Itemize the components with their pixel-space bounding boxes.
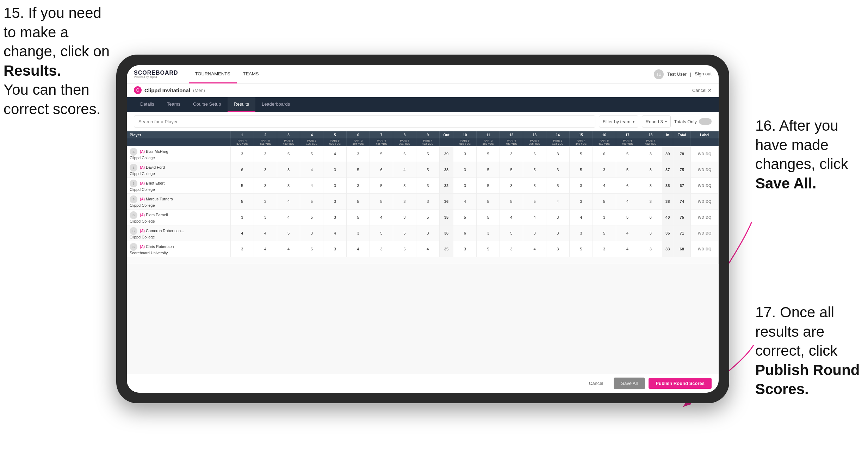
score-hole-6[interactable]: 4 [347, 241, 370, 257]
score-hole-13[interactable]: 4 [523, 210, 546, 225]
score-hole-14[interactable]: 4 [546, 194, 569, 210]
score-hole-10[interactable]: 3 [453, 241, 477, 257]
tab-details[interactable]: Details [134, 97, 161, 112]
score-hole-15[interactable]: 5 [569, 241, 593, 257]
cancel-button[interactable]: Cancel [582, 378, 610, 389]
score-hole-16[interactable]: 6 [593, 146, 616, 162]
toggle-switch[interactable] [699, 118, 712, 125]
score-hole-6[interactable]: 3 [347, 178, 370, 194]
score-hole-8[interactable]: 4 [393, 162, 416, 178]
score-hole-4[interactable]: 5 [300, 241, 323, 257]
score-hole-16[interactable]: 3 [593, 241, 616, 257]
score-hole-11[interactable]: 5 [477, 146, 500, 162]
wd-label[interactable]: WD [698, 152, 704, 156]
score-hole-2[interactable]: 3 [254, 178, 277, 194]
score-hole-18[interactable]: 3 [639, 241, 662, 257]
score-hole-12[interactable]: 4 [500, 210, 523, 225]
score-hole-5[interactable]: 3 [323, 241, 347, 257]
score-hole-5[interactable]: 3 [323, 178, 347, 194]
score-hole-15[interactable]: 5 [569, 162, 593, 178]
score-hole-3[interactable]: 5 [277, 225, 300, 241]
score-hole-10[interactable]: 5 [453, 210, 477, 225]
score-hole-17[interactable]: 4 [616, 241, 639, 257]
score-hole-10[interactable]: 3 [453, 178, 477, 194]
score-hole-9[interactable]: 5 [416, 146, 439, 162]
score-hole-2[interactable]: 4 [254, 225, 277, 241]
score-hole-15[interactable]: 3 [569, 178, 593, 194]
score-hole-12[interactable]: 5 [500, 162, 523, 178]
save-all-button[interactable]: Save All [614, 378, 645, 389]
score-hole-15[interactable]: 3 [569, 225, 593, 241]
sign-out-link[interactable]: Sign out [695, 71, 712, 77]
score-hole-14[interactable]: 3 [546, 210, 569, 225]
score-hole-8[interactable]: 3 [393, 210, 416, 225]
score-hole-2[interactable]: 3 [254, 194, 277, 210]
score-hole-3[interactable]: 4 [277, 194, 300, 210]
score-hole-7[interactable]: 6 [370, 162, 393, 178]
score-hole-5[interactable]: 4 [323, 225, 347, 241]
score-hole-14[interactable]: 3 [546, 146, 569, 162]
score-hole-13[interactable]: 5 [523, 162, 546, 178]
score-hole-1[interactable]: 4 [230, 225, 254, 241]
score-hole-3[interactable]: 4 [277, 210, 300, 225]
breadcrumb-cancel[interactable]: Cancel ✕ [692, 88, 712, 93]
search-input[interactable] [134, 116, 595, 127]
score-hole-18[interactable]: 3 [639, 162, 662, 178]
score-hole-13[interactable]: 3 [523, 225, 546, 241]
score-hole-11[interactable]: 5 [477, 162, 500, 178]
score-hole-1[interactable]: 5 [230, 194, 254, 210]
score-hole-9[interactable]: 5 [416, 210, 439, 225]
dq-label[interactable]: DQ [706, 247, 712, 251]
score-hole-2[interactable]: 3 [254, 146, 277, 162]
totals-only-toggle[interactable]: Totals Only [674, 118, 712, 125]
score-hole-1[interactable]: 6 [230, 162, 254, 178]
score-hole-6[interactable]: 5 [347, 194, 370, 210]
score-hole-18[interactable]: 6 [639, 210, 662, 225]
score-hole-8[interactable]: 3 [393, 194, 416, 210]
score-hole-2[interactable]: 4 [254, 241, 277, 257]
score-hole-17[interactable]: 4 [616, 194, 639, 210]
score-hole-14[interactable]: 3 [546, 241, 569, 257]
score-hole-16[interactable]: 5 [593, 194, 616, 210]
score-hole-3[interactable]: 5 [277, 146, 300, 162]
score-hole-4[interactable]: 4 [300, 178, 323, 194]
score-hole-16[interactable]: 5 [593, 225, 616, 241]
tab-teams[interactable]: Teams [161, 97, 187, 112]
score-hole-11[interactable]: 5 [477, 178, 500, 194]
score-hole-12[interactable]: 3 [500, 241, 523, 257]
wd-label[interactable]: WD [698, 215, 704, 219]
score-hole-4[interactable]: 5 [300, 146, 323, 162]
dq-label[interactable]: DQ [706, 215, 712, 219]
score-hole-3[interactable]: 3 [277, 178, 300, 194]
tab-leaderboards[interactable]: Leaderboards [255, 97, 296, 112]
score-hole-10[interactable]: 4 [453, 194, 477, 210]
score-hole-1[interactable]: 5 [230, 178, 254, 194]
score-hole-6[interactable]: 3 [347, 225, 370, 241]
dq-label[interactable]: DQ [706, 168, 712, 172]
score-hole-15[interactable]: 4 [569, 210, 593, 225]
score-hole-5[interactable]: 3 [323, 194, 347, 210]
score-hole-17[interactable]: 6 [616, 178, 639, 194]
score-hole-9[interactable]: 4 [416, 241, 439, 257]
score-hole-18[interactable]: 3 [639, 178, 662, 194]
round-dropdown[interactable]: Round 3 ▾ [642, 116, 671, 127]
score-hole-7[interactable]: 3 [370, 241, 393, 257]
nav-tournaments[interactable]: TOURNAMENTS [189, 65, 237, 83]
score-hole-6[interactable]: 3 [347, 146, 370, 162]
score-hole-17[interactable]: 5 [616, 162, 639, 178]
score-hole-1[interactable]: 3 [230, 146, 254, 162]
score-hole-13[interactable]: 3 [523, 178, 546, 194]
wd-label[interactable]: WD [698, 231, 704, 235]
score-hole-13[interactable]: 5 [523, 194, 546, 210]
dq-label[interactable]: DQ [706, 199, 712, 204]
score-hole-7[interactable]: 5 [370, 225, 393, 241]
score-hole-2[interactable]: 3 [254, 162, 277, 178]
score-hole-6[interactable]: 5 [347, 162, 370, 178]
score-hole-12[interactable]: 3 [500, 178, 523, 194]
score-hole-9[interactable]: 3 [416, 178, 439, 194]
score-hole-15[interactable]: 3 [569, 194, 593, 210]
score-hole-12[interactable]: 3 [500, 146, 523, 162]
score-hole-3[interactable]: 4 [277, 241, 300, 257]
tab-results[interactable]: Results [228, 97, 255, 112]
score-hole-8[interactable]: 5 [393, 225, 416, 241]
